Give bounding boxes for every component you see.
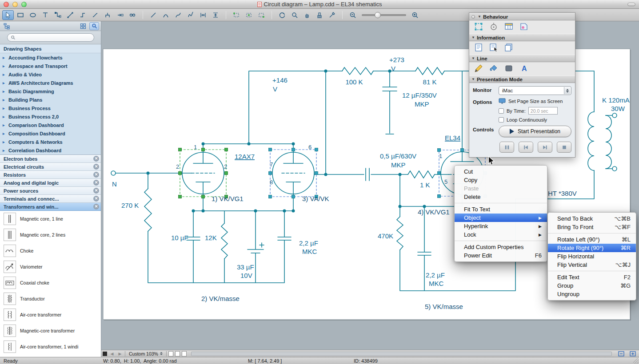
capacitor-type[interactable]: MKP [415, 100, 429, 108]
zoom-level-select[interactable]: Custom 103% [127, 351, 164, 356]
connector-tool-button[interactable] [52, 10, 64, 20]
library-item[interactable]: ▸Accounting Flowcharts [0, 53, 101, 62]
library-tab-electron-tubes[interactable]: Electron tubes✕ [0, 155, 101, 163]
library-item[interactable]: ▸AWS Architecture Diagrams [0, 79, 101, 87]
library-item[interactable]: ▸Computers & Networks [0, 138, 101, 146]
shape-item-choke[interactable]: Choke [0, 243, 101, 259]
menu-item-power-edit[interactable]: Power EditF6 [455, 251, 547, 260]
page-tab[interactable] [168, 351, 173, 356]
voltage-label[interactable]: +146 [272, 76, 288, 84]
capacitor-type[interactable]: MKC [429, 280, 444, 287]
pagebar-handle[interactable] [103, 352, 107, 356]
panel-close-button[interactable] [471, 15, 475, 19]
behaviour-section-header[interactable]: ▼ Behaviour [469, 13, 575, 20]
stepper-icon[interactable] [564, 87, 571, 94]
tube-label-12ax7[interactable]: 12AX7 [235, 153, 255, 160]
capacitor-label[interactable]: 10 µF [171, 234, 188, 241]
toolbar-toggle-button[interactable] [627, 3, 635, 6]
menu-item-flip-horizontal[interactable]: Flip Horizontal [548, 252, 636, 261]
line-tool-button[interactable] [148, 10, 159, 20]
shape-item-variometer[interactable]: Variometer [0, 259, 101, 275]
shape-item-transductor[interactable]: Transductor [0, 291, 101, 307]
measure-note[interactable]: 2) VK/masse [201, 295, 240, 302]
shadow-style-icon[interactable] [504, 63, 514, 75]
close-library-icon[interactable]: ✕ [93, 180, 99, 186]
capacitor-label[interactable]: 0,5 µF/630V [380, 152, 416, 160]
library-tab-terminals[interactable]: Terminals and connec...✕ [0, 195, 101, 203]
eyedropper-tool-button[interactable] [326, 10, 338, 20]
resistor-label[interactable]: 270 K [121, 202, 139, 209]
library-item[interactable]: ▸Composition Dashboard [0, 129, 101, 138]
monitor-select[interactable]: iMac [499, 86, 571, 95]
voltage-unit[interactable]: V [273, 85, 277, 93]
library-item[interactable]: ▸Correlation Dashboard [0, 146, 101, 154]
menu-item-add-custom-properties[interactable]: Add Custom Properties [455, 243, 547, 251]
ellipse-tool-button[interactable] [27, 10, 39, 20]
table-behaviour-icon[interactable] [504, 22, 514, 33]
note-icon[interactable] [474, 43, 483, 54]
set-page-size-option[interactable]: Set Page Size as Screen [499, 98, 571, 104]
capacitor-label[interactable]: 2,2 µF [299, 239, 318, 247]
menu-item-delete[interactable]: Delete [455, 193, 547, 201]
library-tab-power-sources[interactable]: Power sources✕ [0, 187, 101, 195]
split-vertical-tool-button[interactable] [210, 10, 221, 20]
library-item[interactable]: ▸Aerospace and Transport [0, 62, 101, 70]
close-library-icon[interactable]: ✕ [93, 204, 99, 210]
menu-item-rotate-right[interactable]: Rotate Right (90°)⌘R [548, 244, 636, 252]
pause-button[interactable] [499, 142, 514, 153]
previous-page-button[interactable]: ◀ [109, 352, 115, 356]
capacitor-type[interactable]: MKP [391, 161, 406, 169]
zoom-slider[interactable] [362, 14, 406, 16]
stamp-tool-button[interactable] [314, 10, 325, 20]
menu-item-lock[interactable]: Lock▶ [455, 230, 547, 239]
grid-view-button[interactable] [78, 22, 88, 30]
voltage-label[interactable]: +273 [389, 56, 404, 63]
page-tab[interactable] [182, 351, 187, 356]
library-item[interactable]: ▸Building Plans [0, 95, 101, 104]
library-tab-resistors[interactable]: Resistors✕ [0, 171, 101, 179]
tree-view-button[interactable] [2, 22, 12, 30]
library-item[interactable]: ▸Audio & Video [0, 70, 101, 79]
previous-button[interactable] [519, 142, 533, 153]
resize-grip[interactable] [633, 358, 639, 364]
page-tab[interactable] [175, 351, 180, 356]
actual-size-button[interactable] [628, 350, 638, 358]
snap-guides-button[interactable] [243, 10, 255, 20]
bezier-tool-button[interactable] [172, 10, 184, 20]
capacitor-voltage[interactable]: 10V [240, 272, 252, 279]
zoom-in-button[interactable] [409, 10, 421, 20]
rotate-tool-button[interactable] [276, 10, 288, 20]
library-item[interactable]: ▸Basic Diagramming [0, 87, 101, 95]
zoom-out-button[interactable] [347, 10, 359, 20]
capacitor-label[interactable]: 2,2 µF [426, 271, 445, 279]
menu-item-rotate-left[interactable]: Rotate Left (90°)⌘L [548, 235, 636, 244]
library-tab-transformers[interactable]: Transformers and win...✕ [0, 203, 101, 211]
transformer-current-label[interactable]: K 120mA [602, 96, 630, 104]
select-tool-button[interactable] [2, 10, 14, 20]
next-page-button[interactable]: ▶ [117, 352, 123, 356]
measure-note[interactable]: 5) VK/masse [425, 303, 463, 310]
chain-connector-tool-button[interactable] [127, 10, 138, 20]
text-style-icon[interactable]: A [519, 63, 529, 75]
line-section-header[interactable]: ▼ Line [469, 55, 575, 62]
stop-button[interactable] [557, 142, 571, 153]
by-time-field[interactable]: 20.0 sec [528, 107, 558, 115]
text-tool-button[interactable] [40, 10, 51, 20]
library-item[interactable]: ▸Business Process [0, 104, 101, 112]
tree-connector-tool-button[interactable] [102, 10, 113, 20]
library-search-button[interactable] [89, 22, 99, 30]
resistor-label[interactable]: 81 K [423, 78, 437, 86]
rotation-behaviour-icon[interactable] [489, 22, 499, 33]
shape-item-coaxial-choke[interactable]: Coaxial choke [0, 275, 101, 291]
shape-item-magnetic-core-transformer[interactable]: Magnetic-core transformer [0, 323, 101, 339]
measure-note[interactable]: 4) VK/VG1 [418, 208, 450, 216]
shape-item-air-core-transformer-1-winding[interactable]: Air-core transformer, 1 windi [0, 339, 101, 355]
horizontal-scrollbar[interactable] [191, 352, 612, 356]
menu-item-fit-to-text[interactable]: Fit To Text [455, 205, 547, 214]
shape-item-magnetic-core-2-lines[interactable]: Magnetic core, 2 lines [0, 227, 101, 243]
pencil-icon[interactable] [474, 63, 483, 75]
library-tab-analog-digital[interactable]: Analog and digital logic✕ [0, 179, 101, 187]
effects-behaviour-icon[interactable] [519, 22, 529, 33]
capacitor-type[interactable]: MKC [302, 248, 317, 255]
title-bar[interactable]: Circuit diagram – Lamp.cdd – EL34 shemat… [0, 0, 639, 9]
